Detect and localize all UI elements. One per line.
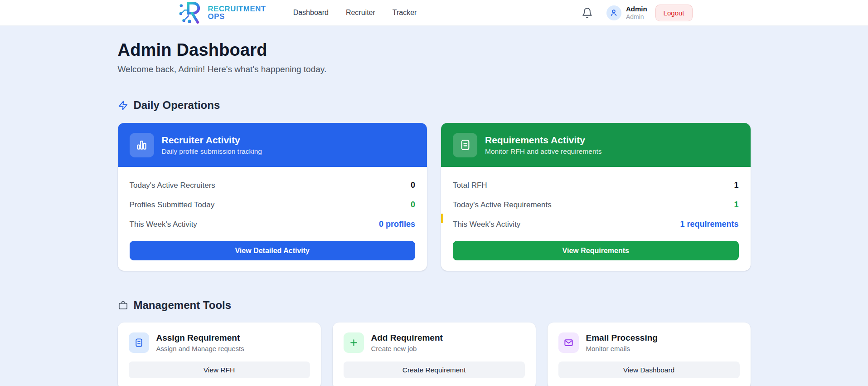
stat-value: 1 xyxy=(734,181,738,190)
stat-row: This Week's Activity 0 profiles xyxy=(130,215,416,234)
bar-chart-icon xyxy=(130,133,154,157)
tool-title: Assign Requirement xyxy=(156,333,244,343)
stat-label: This Week's Activity xyxy=(453,220,520,229)
card-subtitle: Monitor RFH and active requirements xyxy=(485,147,602,156)
user-icon xyxy=(609,8,618,17)
page-subtitle: Welcome back, Admin! Here's what's happe… xyxy=(118,64,751,74)
plus-icon xyxy=(344,332,364,353)
stat-row: Profiles Submitted Today 0 xyxy=(130,195,416,215)
stat-label: Today's Active Recruiters xyxy=(130,181,215,190)
main-content: Admin Dashboard Welcome back, Admin! Her… xyxy=(118,26,751,386)
requirements-activity-card-header: Requirements Activity Monitor RFH and ac… xyxy=(441,123,751,167)
stat-label: Today's Active Requirements xyxy=(453,200,552,210)
stat-row: This Week's Activity 1 requirements xyxy=(453,215,739,234)
stat-value: 0 profiles xyxy=(379,220,415,229)
stat-value: 1 requirements xyxy=(680,220,738,229)
tool-subtitle: Create new job xyxy=(371,345,443,352)
management-tools-section-header: Management Tools xyxy=(118,299,751,312)
notifications-button[interactable] xyxy=(582,7,593,19)
add-requirement-card: Add Requirement Create new job Create Re… xyxy=(333,322,536,386)
tool-title: Email Processing xyxy=(586,333,658,343)
document-icon xyxy=(129,332,149,353)
tool-subtitle: Monitor emails xyxy=(586,345,658,352)
view-requirements-button[interactable]: View Requirements xyxy=(453,241,739,260)
stat-row: Today's Active Requirements 1 xyxy=(453,195,739,215)
logout-button[interactable]: Logout xyxy=(655,5,693,21)
assign-requirement-card: Assign Requirement Assign and Manage req… xyxy=(118,322,321,386)
requirements-activity-card: Requirements Activity Monitor RFH and ac… xyxy=(441,123,751,271)
top-bar: RECRUITMENT OPS Dashboard Recruiter Trac… xyxy=(0,0,868,26)
email-processing-card: Email Processing Monitor emails View Das… xyxy=(548,322,751,386)
bell-icon xyxy=(582,7,593,19)
lightning-icon xyxy=(118,100,128,111)
view-dashboard-button[interactable]: View Dashboard xyxy=(558,362,740,378)
card-subtitle: Daily profile submission tracking xyxy=(162,147,262,156)
circuit-r-logo-icon xyxy=(176,1,204,24)
nav-item-tracker[interactable]: Tracker xyxy=(393,9,417,17)
stat-row: Total RFH 1 xyxy=(453,176,739,195)
view-detailed-activity-button[interactable]: View Detailed Activity xyxy=(130,241,416,260)
recruiter-activity-card-header: Recruiter Activity Daily profile submiss… xyxy=(118,123,427,167)
stat-label: Profiles Submitted Today xyxy=(130,200,215,210)
tool-subtitle: Assign and Manage requests xyxy=(156,345,244,352)
stat-label: Total RFH xyxy=(453,181,487,190)
user-name: Admin xyxy=(626,5,647,13)
stat-value: 1 xyxy=(734,200,738,210)
nav-item-recruiter[interactable]: Recruiter xyxy=(346,9,375,17)
user-block[interactable]: Admin Admin xyxy=(606,5,647,20)
view-rfh-button[interactable]: View RFH xyxy=(129,362,310,378)
brand-name-line1: RECRUITMENT xyxy=(208,5,266,13)
main-nav: Dashboard Recruiter Tracker xyxy=(293,9,417,17)
card-title: Requirements Activity xyxy=(485,135,602,146)
brand-name-line2: OPS xyxy=(208,13,266,20)
briefcase-icon xyxy=(118,300,128,311)
avatar xyxy=(606,5,621,20)
stat-value: 0 xyxy=(411,181,415,190)
stat-value: 0 xyxy=(411,200,415,210)
stat-row: Today's Active Recruiters 0 xyxy=(130,176,416,195)
tool-title: Add Requirement xyxy=(371,333,443,343)
stat-label: This Week's Activity xyxy=(130,220,197,229)
card-title: Recruiter Activity xyxy=(162,135,262,146)
user-role: Admin xyxy=(626,13,647,20)
document-icon xyxy=(453,133,477,157)
nav-item-dashboard[interactable]: Dashboard xyxy=(293,9,329,17)
mail-icon xyxy=(558,332,579,353)
section-title-daily-operations: Daily Operations xyxy=(134,99,220,112)
app-logo[interactable]: RECRUITMENT OPS xyxy=(176,1,266,24)
daily-operations-section-header: Daily Operations xyxy=(118,99,751,112)
create-requirement-button[interactable]: Create Requirement xyxy=(344,362,525,378)
recruiter-activity-card: Recruiter Activity Daily profile submiss… xyxy=(118,123,427,271)
yellow-marker xyxy=(441,214,443,223)
section-title-management-tools: Management Tools xyxy=(134,299,232,312)
page-title: Admin Dashboard xyxy=(118,40,751,60)
